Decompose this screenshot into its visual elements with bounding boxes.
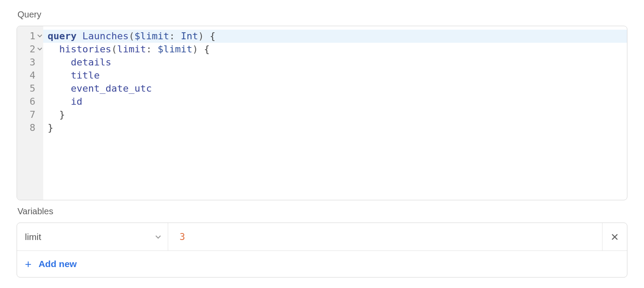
gutter-line: 4	[17, 69, 43, 82]
query-section-label: Query	[17, 10, 627, 20]
gutter-line: 1	[17, 30, 43, 43]
gutter-line: 2	[17, 43, 43, 56]
gutter-line: 6	[17, 95, 43, 108]
variable-key-text: limit	[25, 232, 41, 242]
fold-toggle-icon[interactable]	[37, 33, 42, 38]
gutter-line: 7	[17, 108, 43, 121]
gutter-line: 3	[17, 56, 43, 69]
variable-value-cell	[168, 223, 602, 250]
variables-box: limit + Add new	[17, 223, 627, 278]
query-editor[interactable]: 12345678 query Launches($limit: Int) { h…	[17, 26, 627, 200]
code-line[interactable]: id	[43, 95, 627, 108]
code-line[interactable]: event_date_utc	[43, 82, 627, 95]
fold-toggle-icon[interactable]	[37, 46, 42, 51]
editor-code-area[interactable]: query Launches($limit: Int) { histories(…	[43, 26, 627, 200]
gutter-line: 8	[17, 121, 43, 134]
variable-value-input[interactable]	[180, 232, 602, 242]
variables-section-label: Variables	[17, 206, 627, 216]
editor-gutter: 12345678	[17, 26, 43, 200]
close-icon	[611, 233, 619, 241]
gutter-line: 5	[17, 82, 43, 95]
variable-row: limit	[17, 223, 627, 251]
add-variable-button[interactable]: + Add new	[17, 251, 627, 277]
code-line[interactable]: }	[43, 121, 627, 134]
variable-delete-button[interactable]	[602, 223, 627, 250]
code-line[interactable]: }	[43, 108, 627, 121]
variable-key-dropdown[interactable]: limit	[17, 223, 168, 250]
query-editor-panel: Query 12345678 query Launches($limit: In…	[0, 0, 644, 286]
code-line[interactable]: histories(limit: $limit) {	[43, 43, 627, 56]
code-line[interactable]: details	[43, 56, 627, 69]
plus-icon: +	[25, 258, 31, 270]
add-variable-label: Add new	[38, 259, 77, 269]
code-line[interactable]: title	[43, 69, 627, 82]
code-line[interactable]: query Launches($limit: Int) {	[43, 30, 627, 43]
chevron-down-icon	[155, 233, 162, 240]
